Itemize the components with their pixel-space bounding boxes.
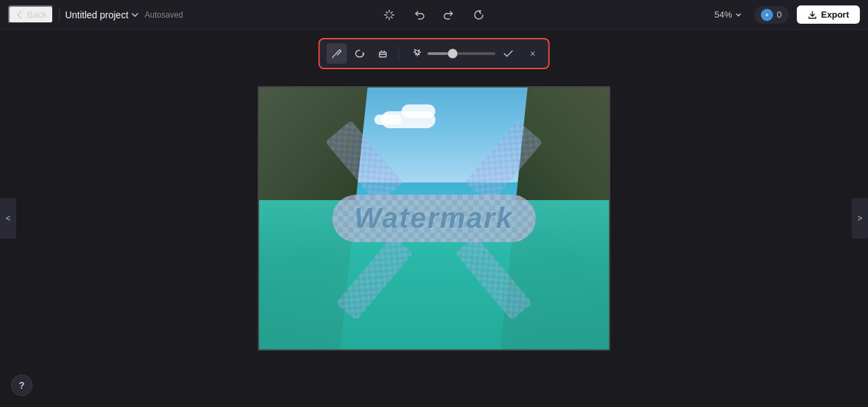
brush-tool[interactable] <box>327 43 347 64</box>
water <box>259 200 609 349</box>
nav-right-icon: > <box>857 214 862 223</box>
slider-fill <box>428 52 448 55</box>
credits-button[interactable]: 0 <box>754 6 789 24</box>
canvas-nav-right[interactable]: > <box>852 198 868 239</box>
toolbar-divider <box>399 47 399 60</box>
cloud2 <box>401 104 435 118</box>
help-label: ? <box>19 380 25 391</box>
header: Back Untitled project Autosaved <box>0 0 868 30</box>
canvas-area: × < Watermark <box>0 30 868 407</box>
help-button[interactable]: ? <box>11 374 33 396</box>
magic-tool[interactable] <box>405 43 425 64</box>
zoom-dropdown-icon <box>735 12 742 18</box>
autosaved-label: Autosaved <box>144 10 183 20</box>
image-container: Watermark Remove Try free 😎 <box>258 86 610 351</box>
back-label: Back <box>27 9 47 20</box>
floating-toolbar: × <box>319 38 550 69</box>
close-label: × <box>530 48 535 59</box>
slider-track[interactable] <box>428 52 496 55</box>
slider-thumb[interactable] <box>448 49 458 58</box>
lasso-tool[interactable] <box>350 43 370 64</box>
export-icon <box>808 10 817 20</box>
apply-tool[interactable] <box>498 43 519 64</box>
credits-count: 0 <box>777 9 782 20</box>
brush-size-slider[interactable] <box>428 52 496 55</box>
back-button[interactable]: Back <box>8 5 54 24</box>
credits-icon <box>761 9 773 21</box>
refresh-tool[interactable] <box>468 4 490 26</box>
header-center-tools <box>378 4 490 26</box>
redo-tool[interactable] <box>438 4 460 26</box>
zoom-control[interactable]: 54% <box>711 7 746 22</box>
nav-left-icon: < <box>5 214 10 223</box>
export-label: Export <box>821 9 849 20</box>
eraser-tool[interactable] <box>373 43 393 64</box>
project-dropdown-icon <box>131 11 139 19</box>
undo-tool[interactable] <box>408 4 430 26</box>
canvas-nav-left[interactable]: < <box>0 198 16 239</box>
export-button[interactable]: Export <box>797 5 860 24</box>
back-icon <box>15 10 24 20</box>
header-right: 54% 0 Export <box>711 5 860 24</box>
pan-tool[interactable] <box>378 4 400 26</box>
project-name[interactable]: Untitled project <box>65 9 139 20</box>
cloud3 <box>374 115 401 125</box>
project-name-text: Untitled project <box>65 9 128 20</box>
zoom-value: 54% <box>715 9 732 20</box>
background-image: Watermark <box>259 88 609 349</box>
toolbar-close-button[interactable]: × <box>524 45 542 62</box>
header-divider <box>59 8 60 22</box>
